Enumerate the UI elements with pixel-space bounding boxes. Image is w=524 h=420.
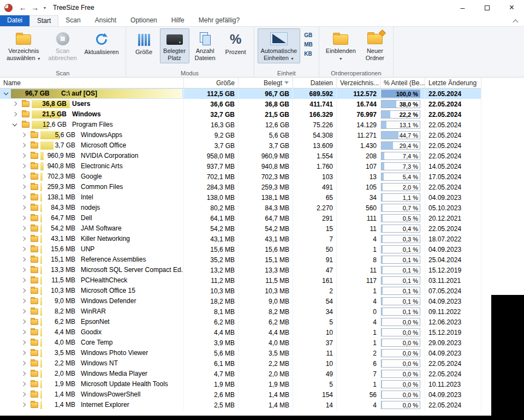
collapse-chevron-icon[interactable] <box>13 122 17 126</box>
expand-chevron-icon[interactable] <box>21 361 26 365</box>
column-header-verzeichnisse[interactable]: Verzeichnis... <box>337 78 380 88</box>
close-button[interactable]: × <box>499 0 524 15</box>
column-header-dateien[interactable]: Dateien <box>293 78 337 88</box>
expand-chevron-icon[interactable] <box>21 164 26 168</box>
mode-percent-button[interactable]: % Prozent <box>221 28 251 63</box>
unit-gb-button[interactable]: GB <box>302 31 315 40</box>
expand-chevron-icon[interactable] <box>21 351 26 355</box>
expand-chevron-icon[interactable] <box>21 257 26 262</box>
mode-allocated-button[interactable]: Belegter Platz <box>160 28 189 63</box>
table-row[interactable]: 12,6 GBProgram Files16,3 GB12,6 GB75.226… <box>0 120 481 130</box>
column-header-groesse[interactable]: Größe <box>184 78 239 88</box>
column-header-anteil[interactable]: % Anteil (Be... <box>380 78 425 88</box>
expand-chevron-icon[interactable] <box>21 268 26 272</box>
expand-chevron-icon[interactable] <box>21 174 26 179</box>
unit-kb-button[interactable]: KB <box>302 49 315 58</box>
table-row[interactable]: 2,0 MBWindows Media Player4,7 MB2,0 MB49… <box>0 369 481 379</box>
mode-filecount-button[interactable]: Anzahl Dateien <box>190 28 220 63</box>
expand-chevron-icon[interactable] <box>21 236 26 241</box>
expand-chevron-icon[interactable] <box>21 299 26 303</box>
column-header-name[interactable]: Name <box>0 78 184 88</box>
tab-hilfe[interactable]: Hilfe <box>164 15 192 26</box>
table-row[interactable]: 54,2 MBJAM Software54,2 MB54,2 MB15110,4… <box>0 223 481 234</box>
table-row[interactable]: 11,5 MBPCHealthCheck11,2 MB11,5 MB161117… <box>0 275 481 286</box>
refresh-button[interactable]: Aktualisieren <box>81 28 122 63</box>
expand-chevron-icon[interactable] <box>21 330 26 334</box>
name-cell: 8,2 MBWinRAR <box>0 306 184 317</box>
expand-chevron-icon[interactable] <box>21 278 26 282</box>
cancel-scan-button[interactable]: Scan abbrechen <box>45 28 80 63</box>
tab-optionen[interactable]: Optionen <box>123 15 164 26</box>
table-row[interactable]: 15,1 MBReference Assemblies35,2 MB15,1 M… <box>0 255 481 265</box>
table-row[interactable]: 64,7 MBDell64,1 MB64,7 MB2911110,5 %20.1… <box>0 213 481 223</box>
expand-chevron-icon[interactable] <box>21 216 26 220</box>
table-row[interactable]: 2,2 MBWindows NT6,1 MB2,2 MB1060,0 %22.0… <box>0 358 481 369</box>
forward-button[interactable]: → <box>29 3 41 12</box>
table-row[interactable]: 43,1 MBKiller Networking43,1 MB43,1 MB74… <box>0 234 481 244</box>
expand-chevron-icon[interactable] <box>21 195 26 199</box>
table-row[interactable]: 8,2 MBWinRAR8,1 MB8,2 MB3400,1 %09.11.20… <box>0 306 481 317</box>
table-row[interactable]: 84,3 MBnodejs80,2 MB84,3 MB2.2705600,7 %… <box>0 203 481 213</box>
tab-datei[interactable]: Datei <box>0 15 29 26</box>
expand-chevron-icon[interactable] <box>21 133 26 137</box>
expand-chevron-icon[interactable] <box>21 226 26 230</box>
table-row[interactable]: 6,2 MBEpsonNet6,2 MB6,2 MB540,0 %12.06.2… <box>0 317 481 327</box>
table-row[interactable]: 259,3 MBCommon Files284,3 MB259,3 MB4911… <box>0 182 481 192</box>
auto-units-button[interactable]: Automatische Einheiten ▼ <box>258 28 301 63</box>
table-row[interactable]: 96,7 GBC:\ auf [OS]112,5 GB96,7 GB689.59… <box>0 88 481 99</box>
expand-chevron-icon[interactable] <box>21 247 26 251</box>
tab-mehr[interactable]: Mehr gefällig? <box>192 15 247 26</box>
dateien-cell: 1.760 <box>293 161 337 171</box>
expand-chevron-icon[interactable] <box>21 392 26 397</box>
mode-size-button[interactable]: Größe <box>129 28 159 63</box>
table-row[interactable]: 1,9 MBMicrosoft Update Health Tools1,9 M… <box>0 379 481 389</box>
table-row[interactable]: 21,5 GBWindows32,7 GB21,5 GB166.32976.99… <box>0 109 481 120</box>
table-row[interactable]: 15,6 MBUNP15,6 MB15,6 MB5010,1 %04.09.20… <box>0 244 481 255</box>
percent-cell: 0,5 % <box>380 213 425 223</box>
table-row[interactable]: 940,8 MBElectronic Arts937,7 MB940,8 MB1… <box>0 161 481 171</box>
expand-chevron-icon[interactable] <box>21 403 26 407</box>
tab-scan[interactable]: Scan <box>58 15 87 26</box>
expand-chevron-icon[interactable] <box>21 185 26 189</box>
table-row[interactable]: 4,4 MBGoodix4,4 MB4,4 MB1010,0 %15.12.20… <box>0 327 481 338</box>
table-row[interactable]: 9,0 MBWindows Defender18,2 MB9,0 MB5440,… <box>0 296 481 306</box>
expand-chevron-icon[interactable] <box>21 309 26 313</box>
expand-chevron-icon[interactable] <box>21 340 26 345</box>
table-row[interactable]: 1,4 MBInternet Explorer2,5 MB1,4 MB1440,… <box>0 400 481 410</box>
history-dropdown-button[interactable]: ▼ <box>41 6 49 10</box>
expand-chevron-icon[interactable] <box>21 288 26 293</box>
show-folder-button[interactable]: Einblenden ▼ <box>323 28 359 63</box>
expand-chevron-icon[interactable] <box>21 153 26 158</box>
table-row[interactable]: 960,9 MBNVIDIA Corporation958,0 MB960,9 … <box>0 151 481 161</box>
table-row[interactable]: 13,3 MBMicrosoft SQL Server Compact Ed..… <box>0 265 481 275</box>
table-row[interactable]: 3,7 GBMicrosoft Office3,7 GB3,7 GB13.609… <box>0 140 481 151</box>
minimize-button[interactable]: – <box>450 0 475 15</box>
table-row[interactable]: 702,3 MBGoogle702,1 MB702,3 MB103135,4 %… <box>0 171 481 182</box>
tab-ansicht[interactable]: Ansicht <box>88 15 123 26</box>
table-row[interactable]: 5,6 GBWindowsApps9,2 GB5,6 GB54.30811.27… <box>0 130 481 140</box>
table-row[interactable]: 36,8 GBUsers36,6 GB36,8 GB411.74116.7443… <box>0 99 481 109</box>
table-row[interactable]: 3,5 MBWindows Photo Viewer5,6 MB3,5 MB11… <box>0 348 481 358</box>
expand-chevron-icon[interactable] <box>13 102 17 106</box>
expand-chevron-icon[interactable] <box>21 320 26 324</box>
column-header-belegt[interactable]: Belegt <box>239 78 293 88</box>
expand-chevron-icon[interactable] <box>21 382 26 386</box>
tab-start[interactable]: Start <box>29 15 58 26</box>
select-directory-button[interactable]: Verzeichnis auswählen ▼ <box>3 28 44 63</box>
column-header-letzte-aenderung[interactable]: Letzte Änderung <box>425 78 481 88</box>
collapse-ribbon-button[interactable] <box>513 19 519 23</box>
expand-chevron-icon[interactable] <box>21 371 26 376</box>
expand-chevron-icon[interactable] <box>13 112 17 116</box>
table-row[interactable]: 138,1 MBIntel138,0 MB138,1 MB65341,1 %04… <box>0 192 481 203</box>
table-row[interactable]: 10,3 MBMicrosoft Office 1510,3 MB10,3 MB… <box>0 286 481 296</box>
back-button[interactable]: ← <box>17 3 29 12</box>
table-row[interactable]: 4,0 MBCore Temp3,9 MB4,0 MB3710,0 %29.09… <box>0 338 481 348</box>
expand-chevron-icon[interactable] <box>21 205 26 210</box>
unit-mb-button[interactable]: MB <box>302 40 315 49</box>
collapse-chevron-icon[interactable] <box>4 91 8 95</box>
maximize-button[interactable] <box>475 0 499 15</box>
name-cell: 2,0 MBWindows Media Player <box>0 369 184 379</box>
expand-chevron-icon[interactable] <box>21 143 26 147</box>
table-row[interactable]: 1,4 MBWindowsPowerShell2,6 MB1,4 MB15456… <box>0 389 481 400</box>
new-folder-button[interactable]: Neuer Ordner <box>360 28 390 63</box>
